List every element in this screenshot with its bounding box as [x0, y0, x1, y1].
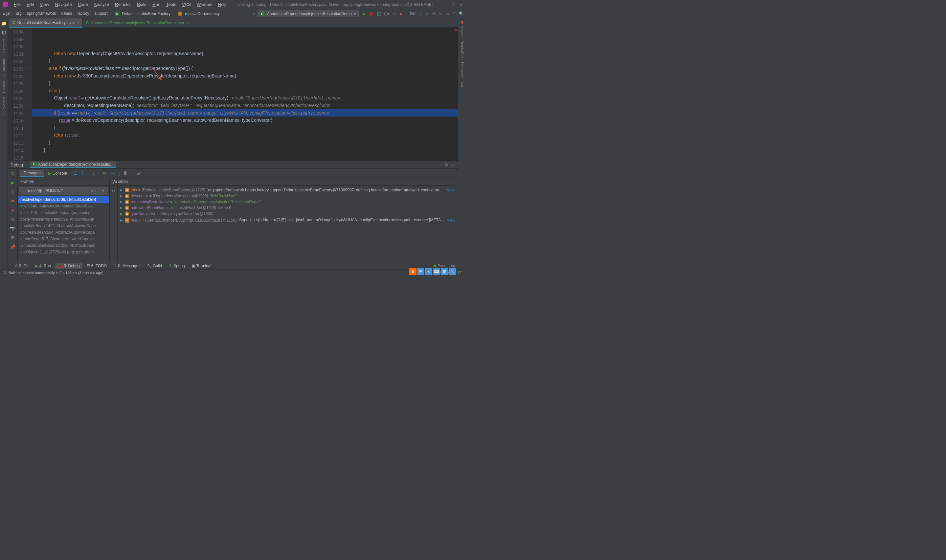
- variable-row[interactable]: ▶p autowiredBeanNames = {LinkedHashSet@1…: [119, 205, 456, 211]
- right-tool-maven[interactable]: m Maven: [460, 21, 464, 37]
- threads-icon[interactable]: ☰: [74, 171, 77, 175]
- error-stripe[interactable]: [454, 29, 458, 31]
- tool-icon[interactable]: 📁: [1, 21, 6, 26]
- code-line[interactable]: return new DependencyObjectProvider(desc…: [32, 50, 458, 57]
- run-icon[interactable]: ▶: [363, 11, 365, 16]
- variable-row[interactable]: ▶p typeConverter = {SimpleTypeConverter@…: [119, 211, 456, 217]
- drop-frame-icon[interactable]: ⇤: [103, 171, 107, 175]
- variable-row[interactable]: ▶p descriptor = {DependencyDescriptor@19…: [119, 193, 456, 199]
- editor[interactable]: 1198119912001201120212031204120512061207…: [8, 28, 458, 161]
- variable-row[interactable]: ▶≡ this = {DefaultListableBeanFactory@17…: [119, 187, 456, 193]
- menu-vcs[interactable]: VCS: [179, 1, 194, 8]
- breadcrumb[interactable]: springframework: [26, 11, 57, 16]
- stop-debug-icon[interactable]: ■: [11, 198, 14, 203]
- stack-frame[interactable]: inject:640, AutowiredAnnotationBeanPost: [18, 203, 109, 209]
- code-line[interactable]: }: [32, 139, 458, 146]
- code-line[interactable]: result = doResolveDependency(descriptor,…: [32, 117, 458, 124]
- code-line[interactable]: else {: [32, 87, 458, 95]
- ime-kbd-icon[interactable]: ⌨: [433, 268, 440, 275]
- stop-icon[interactable]: ■: [400, 11, 402, 16]
- filter-icon[interactable]: ⏷: [101, 189, 105, 193]
- stack-frame[interactable]: lambda$doGetBean$0:323, AbstractBeanF: [18, 242, 109, 249]
- file-tab[interactable]: CDefaultListableBeanFactory.java×: [9, 18, 83, 28]
- code-line[interactable]: [32, 154, 458, 161]
- code-line[interactable]: Object result = getAutowireCandidateReso…: [32, 94, 458, 102]
- down-icon[interactable]: ↓: [98, 189, 100, 193]
- terminal-tab[interactable]: ▣Terminal: [189, 263, 214, 269]
- run-config-selector[interactable]: ▶ AnnotationDependencyInjectionResolutio…: [257, 11, 359, 17]
- ime-tool-icon[interactable]: 🔧: [449, 268, 456, 275]
- rerun-icon[interactable]: ↻: [11, 171, 15, 176]
- maximize-icon[interactable]: ☐: [450, 2, 454, 7]
- stack-frames[interactable]: resolveDependency:1206, DefaultListableB…: [18, 196, 109, 263]
- evaluate-icon[interactable]: 🖩: [123, 171, 128, 175]
- ime-punct-icon[interactable]: •,: [425, 268, 432, 275]
- tool-icon[interactable]: ◱: [2, 30, 6, 35]
- git-history-icon[interactable]: ⟲: [432, 11, 436, 16]
- right-tool-restfultool[interactable]: RestfulTool: [460, 40, 464, 58]
- git-update-icon[interactable]: ✓: [419, 11, 422, 16]
- stack-frame[interactable]: populateBean:1422, AbstractAutowireCapa: [18, 223, 109, 229]
- add-watch-icon[interactable]: +: [112, 180, 115, 185]
- step-into-icon[interactable]: ↓: [87, 171, 89, 175]
- settings-icon[interactable]: ⚙: [11, 235, 15, 240]
- git-tab[interactable]: ⎇9: Git: [11, 263, 31, 269]
- coverage-icon[interactable]: ◱: [377, 11, 381, 16]
- code-line[interactable]: descriptor, requestingBeanName); descrip…: [32, 102, 458, 109]
- menu-navigate[interactable]: Navigate: [52, 1, 74, 8]
- console-tab[interactable]: ▶Console: [45, 170, 70, 176]
- menu-build[interactable]: Build: [134, 1, 149, 8]
- layout-icon[interactable]: ⊞: [136, 171, 140, 175]
- pause-icon[interactable]: ∥: [11, 189, 14, 194]
- messages-tab[interactable]: ⊙0: Messages: [111, 263, 143, 269]
- spring-tab[interactable]: ⚘Spring: [166, 263, 188, 269]
- build-tab[interactable]: 🔨Build: [144, 263, 165, 269]
- attach-icon[interactable]: ⋯: [393, 11, 396, 16]
- menu-view[interactable]: View: [37, 1, 52, 8]
- breakpoints-icon[interactable]: ●: [11, 208, 14, 213]
- git-revert-icon[interactable]: ↪: [439, 11, 442, 16]
- force-step-into-icon[interactable]: ↓: [92, 171, 95, 175]
- file-tab[interactable]: CAnnotationDependencyInjectionResolution…: [83, 18, 193, 28]
- breadcrumb[interactable]: beans: [61, 11, 73, 16]
- minimize-icon[interactable]: —: [440, 2, 444, 7]
- status-indicator-icon[interactable]: ☐: [3, 271, 6, 275]
- left-tool-commit[interactable]: Commit: [2, 80, 6, 93]
- breadcrumb-class[interactable]: DefaultListableBeanFactory: [121, 11, 171, 16]
- build-icon[interactable]: ↙: [252, 11, 256, 16]
- menu-run[interactable]: Run: [150, 1, 163, 8]
- stack-frame[interactable]: postProcessProperties:399, AutowiredAnn: [18, 216, 109, 223]
- close-icon[interactable]: ✕: [459, 2, 463, 7]
- left-tool-project[interactable]: 1: Project: [2, 39, 6, 54]
- code-line[interactable]: }: [32, 57, 458, 65]
- link-icon[interactable]: ⚯: [112, 189, 115, 194]
- code-line[interactable]: else if (javaxInjectProviderClass == des…: [32, 65, 458, 72]
- pin-icon[interactable]: 📌: [10, 244, 15, 249]
- menu-refactor[interactable]: Refactor: [112, 1, 134, 8]
- profile-icon[interactable]: ◷▾: [384, 11, 389, 16]
- code-line[interactable]: if (result == null) { result: "SuperUser…: [32, 109, 458, 117]
- code-line[interactable]: }: [32, 124, 458, 132]
- menu-edit[interactable]: Edit: [24, 1, 37, 8]
- debug-icon[interactable]: 🐞: [369, 11, 374, 16]
- menu-file[interactable]: File: [11, 1, 23, 8]
- open-icon[interactable]: ▭: [445, 11, 449, 16]
- search-icon[interactable]: 🔍: [459, 11, 464, 16]
- code-line[interactable]: return new Jsr330Factory().createDepende…: [32, 72, 458, 80]
- mute-bp-icon[interactable]: ⊘: [11, 217, 15, 222]
- breadcrumb[interactable]: E.jar: [2, 11, 11, 16]
- breadcrumb[interactable]: org: [15, 11, 22, 16]
- run-to-cursor-icon[interactable]: →|: [110, 171, 115, 175]
- variables-list[interactable]: ▶≡ this = {DefaultListableBeanFactory@17…: [118, 186, 458, 263]
- breadcrumb[interactable]: factory: [77, 11, 90, 16]
- view-link[interactable]: View: [447, 218, 455, 223]
- todo-tab[interactable]: ☰6: TODO: [84, 263, 110, 269]
- stack-frame[interactable]: inject:116, InjectionMetadata (org.sprin…: [18, 209, 109, 216]
- debug-tab[interactable]: 🐞5: Debug: [55, 263, 82, 269]
- step-out-icon[interactable]: ↑: [98, 171, 100, 175]
- resume-icon[interactable]: ▶: [11, 180, 14, 185]
- breadcrumb[interactable]: support: [94, 11, 108, 16]
- ime-zh-icon[interactable]: 中: [417, 268, 424, 275]
- camera-icon[interactable]: 📷: [10, 226, 15, 231]
- trace-icon[interactable]: ⋮: [128, 171, 133, 175]
